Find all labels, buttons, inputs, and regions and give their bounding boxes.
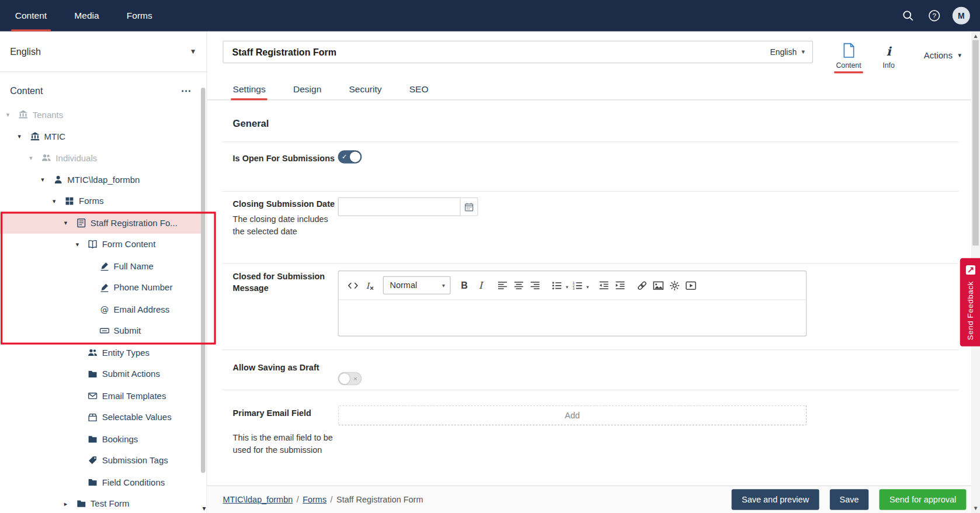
breadcrumb-separator: /: [331, 495, 333, 504]
send-feedback-tab[interactable]: Send Feedback: [960, 258, 980, 346]
button-icon: [99, 326, 109, 336]
search-button[interactable]: [900, 8, 916, 24]
scroll-down-icon[interactable]: ▼: [971, 505, 980, 511]
caret-down-icon[interactable]: ▾: [64, 219, 76, 226]
breadcrumb: MTIC\ldap_formbn/Forms/Staff Registratio…: [223, 495, 423, 504]
tree-item-mtic-ldap-formbn[interactable]: ▾MTIC\ldap_formbn: [0, 169, 201, 190]
rich-text-editor: INormal▾BI▾123▾: [338, 271, 807, 337]
topnav-item-content[interactable]: Content: [1, 0, 61, 32]
bold-button[interactable]: B: [456, 277, 472, 293]
tab-design[interactable]: Design: [293, 78, 321, 99]
tree-item-email-address[interactable]: @Email Address: [0, 299, 201, 320]
tab-seo[interactable]: SEO: [409, 78, 429, 99]
scrollbar-thumb[interactable]: [972, 40, 979, 246]
actions-button[interactable]: Actions ▼: [924, 50, 962, 60]
svg-text:?: ?: [933, 12, 937, 19]
caret-down-icon[interactable]: ▾: [6, 112, 18, 119]
link-button[interactable]: [634, 277, 650, 293]
tree-item-mtic[interactable]: ▾MTIC: [0, 126, 201, 147]
language-selector[interactable]: English ▼: [0, 32, 207, 72]
settings-button[interactable]: [666, 277, 683, 293]
outdent-button[interactable]: [596, 277, 612, 293]
tree-item-individuals[interactable]: ▾Individuals: [0, 147, 201, 169]
avatar[interactable]: M: [953, 7, 970, 25]
tree-item-submission-tags[interactable]: Submission Tags: [0, 450, 201, 472]
tree-item-entity-types[interactable]: Entity Types: [0, 342, 201, 363]
caret-down-icon[interactable]: ▾: [18, 133, 30, 140]
caret-down-icon[interactable]: ▾: [29, 155, 41, 162]
sidebar: English ▼ Content ⋯ ▾Tenants▾MTIC▾Indivi…: [0, 32, 207, 513]
caret-down-icon[interactable]: ▾: [76, 241, 88, 248]
tree-item-label: Phone Number: [113, 283, 172, 293]
at-icon: @: [99, 304, 109, 314]
tree-item-label: Selectable Values: [102, 413, 172, 422]
help-button[interactable]: ?: [926, 8, 943, 24]
is-open-toggle[interactable]: ✓: [338, 150, 362, 164]
closing-date-input[interactable]: [338, 197, 461, 216]
align-center-button[interactable]: [510, 277, 527, 293]
scroll-up-icon[interactable]: ▲: [971, 33, 980, 40]
bank-icon: [18, 110, 28, 120]
tree-item-staff-registration-fo[interactable]: ▾Staff Registration Fo...: [0, 212, 201, 234]
breadcrumb-mtic-ldap-formbn[interactable]: MTIC\ldap_formbn: [223, 495, 293, 504]
tree-item-field-conditions[interactable]: Field Conditions: [0, 472, 201, 493]
paragraph-style-dropdown[interactable]: Normal▾: [383, 276, 451, 294]
field-help-text: The closing date includes the selected d…: [233, 213, 340, 237]
view-tab-content[interactable]: Content: [829, 34, 869, 73]
tree-item-forms[interactable]: ▾Forms: [0, 190, 201, 212]
tree-item-bookings[interactable]: Bookings: [0, 428, 201, 450]
sidebar-scrollbar[interactable]: [201, 88, 206, 473]
allow-draft-toggle[interactable]: ×: [338, 372, 362, 386]
tree-item-submit-actions[interactable]: Submit Actions: [0, 363, 201, 385]
tree-item-label: MTIC\ldap_formbn: [67, 175, 140, 185]
view-tab-label: Content: [836, 61, 861, 69]
tree-item-test-form[interactable]: ▸Test Form: [0, 493, 201, 513]
tab-settings[interactable]: Settings: [233, 78, 266, 99]
scroll-down-icon[interactable]: ▾: [203, 504, 206, 512]
tree-item-tenants[interactable]: ▾Tenants: [0, 104, 201, 126]
topnav-item-media[interactable]: Media: [61, 0, 113, 32]
caret-down-icon[interactable]: ▾: [53, 197, 64, 204]
view-tab-info[interactable]: i Info: [868, 34, 909, 73]
calendar-button[interactable]: [461, 197, 478, 216]
toolbar-group: Normal▾: [383, 276, 451, 294]
tree-item-form-content[interactable]: ▾Form Content: [0, 234, 201, 255]
primary-email-add-button[interactable]: Add: [338, 405, 807, 425]
form-title-input[interactable]: [231, 46, 770, 58]
indent-button[interactable]: [612, 277, 628, 293]
topnav-item-forms[interactable]: Forms: [113, 0, 166, 32]
tree-item-label: Submit: [113, 326, 141, 336]
tab-security[interactable]: Security: [349, 78, 381, 99]
bullet-list-button[interactable]: [549, 277, 565, 293]
save-and-preview-button[interactable]: Save and preview: [732, 489, 819, 509]
tree-item-email-templates[interactable]: Email Templates: [0, 385, 201, 407]
field-label-closed-message: Closed for Submission Message: [233, 271, 332, 294]
tree-item-full-name[interactable]: Full Name: [0, 255, 201, 277]
breadcrumb-forms[interactable]: Forms: [303, 495, 326, 504]
sidebar-section-title: Content: [10, 85, 43, 96]
chevron-down-icon[interactable]: ▾: [586, 285, 589, 290]
clear-format-button[interactable]: I: [361, 277, 377, 293]
send-for-approval-button[interactable]: Send for approval: [880, 489, 966, 509]
align-right-button[interactable]: [527, 277, 543, 293]
feedback-tab-label: Send Feedback: [966, 281, 975, 340]
image-button[interactable]: [650, 277, 666, 293]
editor-content-area[interactable]: [339, 300, 806, 336]
caret-down-icon[interactable]: ▾: [41, 176, 53, 183]
embed-button[interactable]: [683, 277, 699, 293]
tree-item-selectable-values[interactable]: Selectable Values: [0, 407, 201, 428]
title-language-selector[interactable]: English ▼: [770, 47, 806, 57]
tree-item-submit[interactable]: Submit: [0, 320, 201, 342]
italic-button[interactable]: I: [472, 277, 489, 293]
numbered-list-button[interactable]: 123: [569, 277, 586, 293]
chevron-down-icon[interactable]: ▾: [566, 285, 568, 290]
numbered-list-icon: 123: [572, 280, 583, 291]
tree-item-phone-number[interactable]: Phone Number: [0, 277, 201, 299]
align-left-button[interactable]: [495, 277, 511, 293]
code-button[interactable]: [345, 277, 361, 293]
more-options-button[interactable]: ⋯: [181, 85, 192, 96]
toggle-knob: [350, 151, 360, 162]
caret-right-icon[interactable]: ▸: [64, 500, 76, 507]
view-tabs: Content i Info: [829, 34, 909, 73]
save-button[interactable]: Save: [829, 489, 868, 509]
